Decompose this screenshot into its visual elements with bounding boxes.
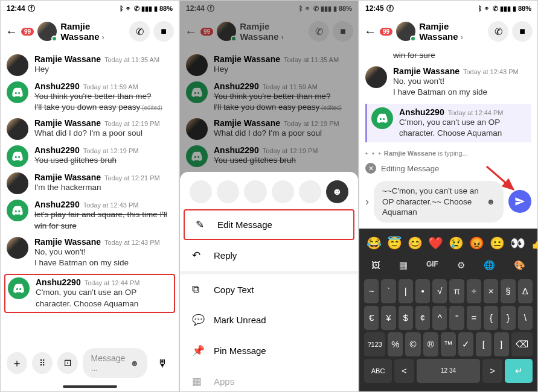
emoji-key[interactable]: 😡 [469,236,484,250]
keyboard-abc-key[interactable]: ABC [364,359,392,383]
keyboard-key[interactable]: < [394,359,414,383]
keyboard-key[interactable]: ✓ [458,332,473,356]
keyboard-key[interactable]: √ [432,279,447,303]
back-button[interactable]: ← [5,25,18,39]
message-avatar[interactable] [7,200,28,221]
message[interactable]: Ramjie WassaneToday at 12:19 PMWhat did … [7,118,173,140]
call-button[interactable]: ✆ [488,21,508,42]
keyboard-key[interactable]: Δ [518,279,533,303]
home-indicator[interactable] [63,385,117,388]
keyboard-key[interactable]: ™ [441,332,456,356]
emoji-key[interactable]: 😢 [449,236,464,250]
message[interactable]: Ramjie WassaneToday at 11:35 AMHey [7,54,173,76]
message-avatar[interactable] [8,277,30,299]
reaction-slot[interactable] [244,180,266,203]
message-avatar[interactable] [7,145,28,167]
sheet-pin-message[interactable]: 📌 Pin Message [180,335,358,366]
kb-gif-icon[interactable]: GIF [426,260,438,271]
cancel-edit-button[interactable]: ✕ [365,163,376,174]
sheet-mark-unread[interactable]: 💬 Mark Unread [180,305,358,335]
keyboard-key[interactable]: | [399,279,413,303]
sheet-edit-message[interactable]: ✎ Edit Message [184,209,354,240]
emoji-key[interactable]: 😇 [387,236,402,250]
message[interactable]: Anshu2290Today at 12:44 PMC'mon, you can… [365,104,531,142]
sheet-copy-text[interactable]: ⧉ Copy Text [180,274,358,305]
emoji-icon[interactable]: ☻ [487,197,495,207]
message-input[interactable]: Message ... ☻ [83,348,148,378]
keyboard-key[interactable]: ® [423,332,438,356]
expand-button[interactable]: › [365,195,369,208]
add-button[interactable]: ＋ [7,352,27,374]
sheet-apps[interactable]: ▦ Apps [180,366,358,389]
keyboard-key[interactable]: ¢ [415,306,430,330]
message-avatar[interactable] [7,172,28,194]
back-button[interactable]: ← [364,25,376,39]
keyboard-key[interactable]: € [364,306,379,330]
message[interactable]: Anshu2290Today at 12:19 PMYou used glitc… [7,145,173,167]
video-button[interactable]: ■ [512,21,533,42]
keyboard-key[interactable]: { [484,306,498,330]
emoji-key[interactable]: 😊 [408,236,423,250]
reaction-slot[interactable] [299,180,321,203]
keyboard-key[interactable]: © [405,332,420,356]
sheet-reply[interactable]: ↶ Reply [180,240,358,271]
header-avatar[interactable] [37,22,57,41]
keyboard-key[interactable]: > [482,359,502,383]
keyboard-key[interactable]: π [449,279,464,303]
emoji-icon[interactable]: ☻ [130,358,139,368]
message[interactable]: Ramjie WassaneToday at 12:43 PMNo, you w… [365,66,531,98]
keyboard-key[interactable]: ° [449,306,464,330]
keyboard-key[interactable]: } [501,306,515,330]
header-name[interactable]: Ramjie Wassane › [419,21,484,42]
reaction-slot[interactable] [217,180,239,203]
keyboard-key[interactable]: ` [381,279,395,303]
emoji-key[interactable]: 👀 [510,236,525,250]
emoji-key[interactable]: 👍 [531,236,538,250]
reaction-slot[interactable] [190,180,212,203]
message[interactable]: Anshu2290Today at 11:59 AMYou think you'… [7,81,173,113]
message-avatar[interactable] [365,66,387,88]
kb-settings-icon[interactable]: ⚙ [457,260,465,271]
message-list[interactable]: win for sure Ramjie WassaneToday at 12:4… [359,46,537,147]
keyboard-key[interactable]: × [484,279,498,303]
keyboard-key[interactable]: = [467,306,481,330]
message-list[interactable]: Ramjie WassaneToday at 11:35 AMHeyAnshu2… [1,46,179,343]
message-avatar[interactable] [7,54,28,76]
kb-sticker-icon[interactable]: ▦ [399,260,408,271]
gift-button[interactable]: ⚀ [57,352,78,374]
keyboard-key[interactable]: ÷ [467,279,481,303]
message-avatar[interactable] [371,107,393,129]
header-name[interactable]: Ramjie Wassane › [60,21,126,42]
keyboard-backspace-key[interactable]: ⌫ [511,332,533,356]
keyboard-key[interactable]: ~ [364,279,379,303]
kb-translate-icon[interactable]: 🌐 [484,260,495,271]
keyboard-key[interactable]: ] [494,332,509,356]
reaction-slot[interactable] [272,180,294,203]
header-avatar[interactable] [396,22,415,41]
message[interactable]: Anshu2290Today at 12:44 PMC'mon, you can… [4,274,175,312]
emoji-key[interactable]: ❤️ [428,236,443,250]
call-button[interactable]: ✆ [129,21,150,42]
emoji-key[interactable]: 😂 [367,236,382,250]
mic-button[interactable]: 🎙 [152,352,173,374]
keyboard-symbols-key[interactable]: ?123 [364,332,385,356]
reaction-more[interactable]: ☻ [326,180,348,203]
message-avatar[interactable] [7,237,28,259]
keyboard-key[interactable]: • [415,279,430,303]
apps-button[interactable]: ⠿ [32,352,53,374]
keyboard-key[interactable]: [ [476,332,491,356]
keyboard-key[interactable]: § [501,279,515,303]
keyboard-key[interactable]: $ [399,306,413,330]
message[interactable]: Ramjie WassaneToday at 12:21 PMI'm the h… [7,172,173,194]
keyboard-key[interactable]: ¥ [381,306,395,330]
kb-palette-icon[interactable]: 🎨 [514,260,525,271]
keyboard-space-key[interactable]: 12 34 [417,359,480,383]
message-avatar[interactable] [7,81,28,103]
send-button[interactable] [508,190,531,213]
edit-input[interactable]: ~~C'mon, you can't use an OP character.~… [374,181,504,223]
video-button[interactable]: ■ [153,21,174,42]
message-avatar[interactable] [7,118,28,140]
emoji-key[interactable]: 😐 [490,236,505,250]
keyboard-key[interactable]: ^ [432,306,447,330]
kb-image-icon[interactable]: 🖼 [371,260,380,271]
